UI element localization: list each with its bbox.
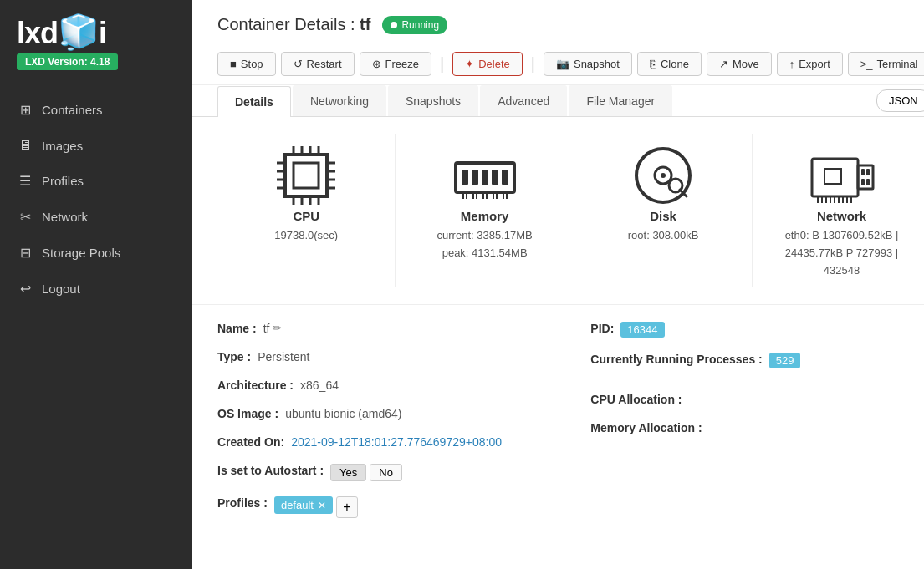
grid-icon: ⊞: [17, 102, 33, 118]
memory-alloc-label: Memory Allocation :: [590, 421, 702, 434]
autostart-yes-button[interactable]: Yes: [330, 464, 366, 481]
memory-title: Memory: [461, 209, 509, 223]
running-dot-icon: [391, 22, 397, 28]
type-value: Persistent: [258, 350, 309, 363]
clone-button[interactable]: ⎘ Clone: [637, 52, 702, 76]
sidebar: lxd🧊i LXD Version: 4.18 ⊞ Containers 🖥 I…: [0, 0, 192, 569]
stat-cpu: CPU 19738.0(sec): [217, 134, 396, 287]
move-icon: ↗: [719, 58, 728, 70]
json-button[interactable]: JSON: [876, 89, 924, 112]
sidebar-item-network[interactable]: ✂ Network: [0, 199, 192, 235]
arch-row: Architecture : x86_64: [217, 378, 557, 392]
main-content: Container Details : tf Running ■ Stop ↺ …: [192, 0, 924, 569]
created-label: Created On:: [217, 435, 284, 449]
restart-label: Restart: [307, 58, 342, 70]
created-value: 2021-09-12T18:01:27.776469729+08:00: [291, 435, 502, 449]
network-card-icon: [808, 142, 875, 209]
divider: [590, 384, 924, 384]
stats-area: CPU 19738.0(sec): [192, 117, 924, 305]
tab-details[interactable]: Details: [217, 86, 291, 117]
sidebar-label-storage-pools: Storage Pools: [42, 246, 120, 260]
toolbar: ■ Stop ↺ Restart ⊛ Freeze | ✦ Delete | 📷…: [192, 43, 924, 85]
remove-profile-icon[interactable]: ✕: [318, 500, 326, 511]
name-value: tf: [263, 322, 270, 335]
add-profile-button[interactable]: +: [336, 496, 358, 518]
snapshot-button[interactable]: 📷 Snapshot: [544, 52, 632, 76]
restart-button[interactable]: ↺ Restart: [281, 52, 355, 76]
type-label: Type :: [217, 350, 251, 363]
svg-point-36: [661, 173, 666, 178]
memory-value2: peak: 4131.54MB: [442, 245, 528, 262]
processes-label: Currently Running Processes :: [590, 353, 762, 366]
tab-networking[interactable]: Networking: [293, 85, 386, 116]
network-value1: eth0: B 1307609.52kB |: [785, 227, 899, 245]
network-value3: 432548: [824, 262, 860, 280]
freeze-label: Freeze: [385, 58, 419, 70]
profiles-icon: ☰: [17, 173, 33, 189]
sidebar-item-images[interactable]: 🖥 Images: [0, 128, 192, 163]
stat-network: Network eth0: B 1307609.52kB | 24435.77k…: [753, 134, 924, 287]
logout-icon: ↩: [17, 281, 33, 297]
cpu-alloc-label: CPU Allocation :: [590, 393, 682, 406]
delete-button[interactable]: ✦ Delete: [452, 52, 523, 76]
edit-icon[interactable]: ✏: [273, 322, 282, 334]
tab-advanced[interactable]: Advanced: [480, 85, 567, 116]
terminal-button[interactable]: >_ Terminal: [848, 52, 924, 76]
created-row: Created On: 2021-09-12T18:01:27.77646972…: [217, 435, 557, 449]
memory-alloc-row: Memory Allocation :: [590, 421, 924, 434]
disk-value: root: 308.00kB: [628, 227, 699, 245]
page-title: Container Details : tf: [217, 15, 370, 34]
clone-label: Clone: [661, 58, 689, 70]
stop-label: Stop: [241, 58, 263, 70]
cpu-title: CPU: [293, 209, 319, 223]
arch-label: Architecture :: [217, 378, 294, 392]
name-row: Name : tf ✏: [217, 322, 557, 335]
arch-value: x86_64: [300, 378, 339, 392]
processes-row: Currently Running Processes : 529: [590, 353, 924, 368]
logo-area: lxd🧊i LXD Version: 4.18: [0, 0, 192, 79]
stat-memory: Memory current: 3385.17MB peak: 4131.54M…: [396, 134, 574, 287]
sidebar-label-network: Network: [42, 210, 88, 224]
stat-disk: Disk root: 308.00kB: [574, 134, 753, 287]
pid-row: PID: 16344: [590, 322, 924, 338]
autostart-no-button[interactable]: No: [370, 464, 402, 481]
delete-icon: ✦: [465, 58, 474, 70]
stop-button[interactable]: ■ Stop: [217, 52, 276, 76]
sidebar-item-logout[interactable]: ↩ Logout: [0, 271, 192, 307]
container-name: tf: [360, 15, 370, 33]
svg-rect-0: [285, 155, 327, 196]
tab-file-manager[interactable]: File Manager: [569, 85, 672, 116]
svg-rect-42: [866, 169, 870, 175]
separator-2: |: [531, 54, 535, 74]
move-button[interactable]: ↗ Move: [707, 52, 772, 76]
svg-rect-45: [824, 169, 841, 184]
network-title: Network: [817, 209, 866, 223]
svg-rect-1: [294, 163, 319, 188]
sidebar-item-storage-pools[interactable]: ⊟ Storage Pools: [0, 235, 192, 271]
svg-rect-41: [861, 169, 865, 175]
disk-icon: [630, 142, 697, 209]
profiles-row-label: Profiles :: [217, 496, 268, 510]
details-left: Name : tf ✏ Type : Persistent Architectu…: [217, 322, 557, 552]
svg-rect-40: [858, 165, 873, 189]
profiles-row: Profiles : default ✕ +: [217, 496, 557, 518]
sidebar-item-profiles[interactable]: ☰ Profiles: [0, 163, 192, 199]
page-header: Container Details : tf Running: [192, 0, 924, 43]
tab-snapshots[interactable]: Snapshots: [388, 85, 478, 116]
sidebar-label-logout: Logout: [42, 282, 80, 296]
sidebar-label-containers: Containers: [42, 103, 103, 117]
export-button[interactable]: ↑ Export: [777, 52, 843, 76]
delete-label: Delete: [478, 58, 510, 70]
sidebar-item-containers[interactable]: ⊞ Containers: [0, 92, 192, 128]
os-row: OS Image : ubuntu bionic (amd64): [217, 407, 557, 420]
type-row: Type : Persistent: [217, 350, 557, 363]
pid-badge: 16344: [620, 322, 664, 338]
svg-rect-44: [866, 179, 870, 185]
freeze-button[interactable]: ⊛ Freeze: [360, 52, 431, 76]
svg-rect-39: [812, 159, 858, 196]
status-label: Running: [401, 19, 439, 31]
disk-title: Disk: [650, 209, 676, 223]
terminal-label: Terminal: [877, 58, 918, 70]
svg-rect-43: [861, 179, 865, 185]
cpu-alloc-row: CPU Allocation :: [590, 393, 924, 406]
